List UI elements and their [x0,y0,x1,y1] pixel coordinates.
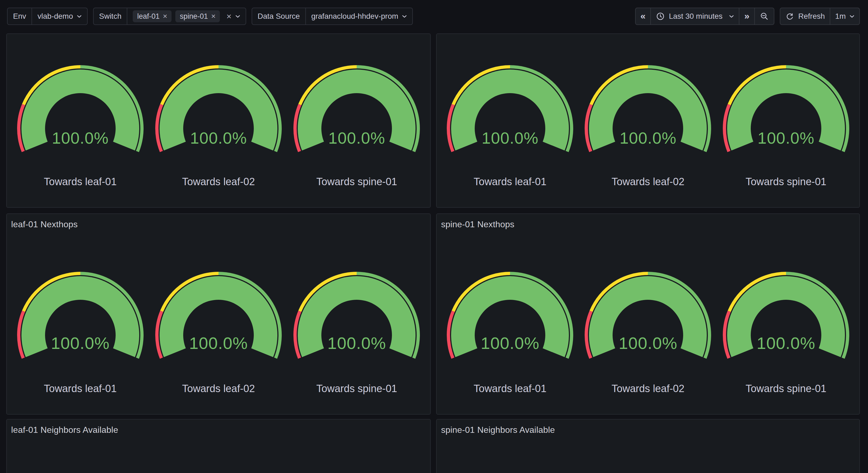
gauge-value: 100.0% [149,333,287,353]
gauge-label: Towards spine-01 [717,175,855,188]
refresh-button[interactable]: Refresh [780,8,830,24]
time-back-button[interactable]: « [636,8,651,24]
clear-all-icon[interactable]: × [226,11,231,22]
gauge-row: 100.0%Towards leaf-01100.0%Towards leaf-… [441,34,855,207]
chevron-down-icon [402,15,407,18]
switch-value-dropdown[interactable]: leaf-01 × spine-01 × × [127,8,246,24]
refresh-interval-value: 1m [835,12,846,21]
gauge: 100.0%Towards leaf-02 [149,214,287,414]
panel-header[interactable]: leaf-01 Neighbors Available [7,419,430,440]
zoom-out-button[interactable] [754,8,774,24]
gauge: 100.0%Towards leaf-01 [441,34,579,207]
refresh-label: Refresh [798,12,825,21]
gauge-value: 100.0% [288,129,426,147]
env-value: vlab-demo [37,12,73,21]
refresh-group: Refresh 1m [780,8,860,25]
chevron-down-icon [235,15,240,18]
datasource-value-dropdown[interactable]: grafanacloud-hhdev-prom [306,8,412,24]
panel-header[interactable]: spine-01 Neighbors Available [437,419,859,440]
gauge: 100.0%Towards spine-01 [717,214,855,414]
gauge-row: 100.0%Towards leaf-01100.0%Towards leaf-… [441,214,855,414]
gauge: 100.0%Towards leaf-02 [149,34,287,207]
refresh-interval-dropdown[interactable]: 1m [830,8,859,24]
chevron-down-icon [77,15,82,18]
gauge: 100.0%Towards leaf-01 [11,34,149,207]
time-controls: « Last 30 minutes » [635,8,860,25]
switch-label: Switch [94,8,127,24]
switch-tag-spine-01[interactable]: spine-01 × [175,10,220,22]
panel-title: leaf-01 Neighbors Available [11,425,118,435]
zoom-out-icon [760,12,769,21]
env-label: Env [8,8,32,24]
gauge-label: Towards spine-01 [288,175,426,188]
datasource-variable-control: Data Source grafanacloud-hhdev-prom [252,8,413,25]
datasource-value: grafanacloud-hhdev-prom [311,12,398,21]
gauge-value: 100.0% [717,129,855,147]
gauge-label: Towards leaf-02 [579,175,717,188]
panel-row1-right: 100.0%Towards leaf-01100.0%Towards leaf-… [436,33,860,208]
panel-leaf-01-nexthops: leaf-01 Nexthops 100.0%Towards leaf-0110… [6,213,431,415]
gauge-label: Towards leaf-01 [441,382,579,395]
gauge-value: 100.0% [441,129,579,147]
gauge: 100.0%Towards leaf-01 [441,214,579,414]
time-forward-button[interactable]: » [739,8,754,24]
gauge-value: 100.0% [11,333,149,353]
gauge-row: 100.0%Towards leaf-01100.0%Towards leaf-… [11,34,426,207]
gauge-label: Towards leaf-02 [579,382,717,395]
tag-text: spine-01 [180,12,208,21]
gauge-value: 100.0% [579,333,717,353]
refresh-icon [785,12,795,21]
gauge-label: Towards spine-01 [717,382,855,395]
time-picker-group: « Last 30 minutes » [635,8,775,25]
chevron-down-icon [729,15,734,18]
gauge: 100.0%Towards spine-01 [288,34,426,207]
panel-spine-01-nexthops: spine-01 Nexthops 100.0%Towards leaf-011… [436,213,860,415]
tag-text: leaf-01 [137,12,160,21]
chevron-down-icon [849,15,855,18]
double-chevron-left-icon: « [641,11,646,22]
gauge: 100.0%Towards spine-01 [717,34,855,207]
panel-spine-01-neighbors-available: spine-01 Neighbors Available [436,419,860,473]
gauge-value: 100.0% [441,333,579,353]
env-value-dropdown[interactable]: vlab-demo [32,8,87,24]
gauge-label: Towards leaf-01 [11,175,149,188]
panel-title: spine-01 Neighbors Available [441,425,555,435]
gauge-value: 100.0% [149,129,287,147]
remove-tag-icon[interactable]: × [163,12,167,21]
gauge: 100.0%Towards spine-01 [288,214,426,414]
double-chevron-right-icon: » [744,11,749,22]
gauge-value: 100.0% [11,129,149,147]
panel-row1-left: 100.0%Towards leaf-01100.0%Towards leaf-… [6,33,431,208]
gauge-value: 100.0% [288,333,426,353]
variable-filters: Env vlab-demo Switch leaf-01 × spine-01 … [7,8,413,25]
switch-variable-control: Switch leaf-01 × spine-01 × × [93,8,246,25]
remove-tag-icon[interactable]: × [211,12,216,21]
dashboard-toolbar: Env vlab-demo Switch leaf-01 × spine-01 … [0,0,868,33]
clock-icon [656,12,665,21]
gauge: 100.0%Towards leaf-02 [579,214,717,414]
gauge-label: Towards leaf-02 [149,175,287,188]
time-range-picker[interactable]: Last 30 minutes [650,8,739,24]
gauge-label: Towards leaf-01 [11,382,149,395]
gauge: 100.0%Towards leaf-02 [579,34,717,207]
gauge-row: 100.0%Towards leaf-01100.0%Towards leaf-… [11,214,426,414]
gauge-label: Towards leaf-01 [441,175,579,188]
switch-tag-leaf-01[interactable]: leaf-01 × [133,10,172,22]
gauge: 100.0%Towards leaf-01 [11,214,149,414]
gauge-label: Towards spine-01 [288,382,426,395]
gauge-value: 100.0% [717,333,855,353]
gauge-label: Towards leaf-02 [149,382,287,395]
datasource-label: Data Source [252,8,306,24]
env-variable-control: Env vlab-demo [7,8,88,25]
panel-leaf-01-neighbors-available: leaf-01 Neighbors Available [6,419,431,473]
gauge-value: 100.0% [579,129,717,147]
time-range-text: Last 30 minutes [669,12,722,21]
